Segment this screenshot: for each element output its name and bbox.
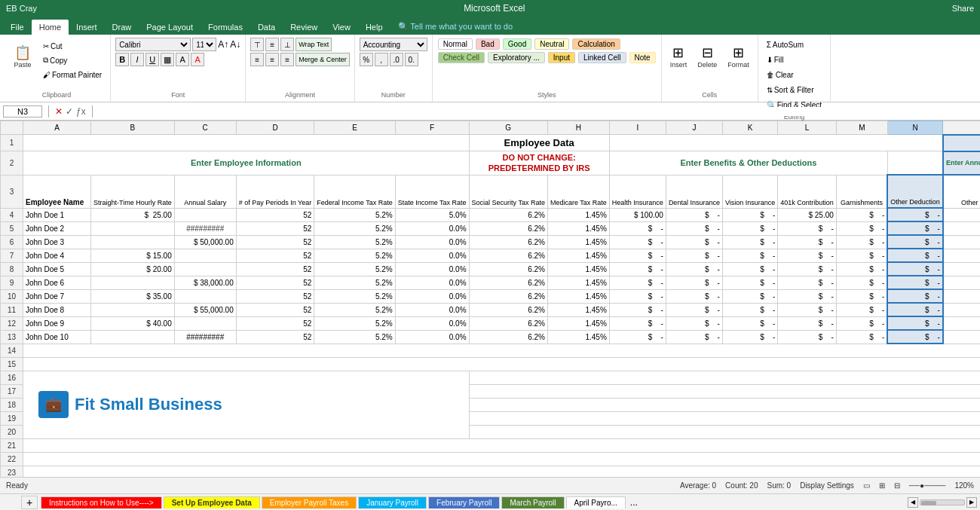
sheet-tab-march[interactable]: March Payroll — [501, 496, 564, 508]
align-center-button[interactable]: ≡ — [265, 53, 279, 66]
delete-button[interactable]: ⊟ Delete — [694, 38, 721, 77]
cell-C4[interactable] — [174, 208, 236, 221]
style-check-cell[interactable]: Check Cell — [438, 52, 485, 63]
decrease-decimal-button[interactable]: 0. — [405, 53, 418, 66]
font-size-select[interactable]: 11 — [192, 38, 216, 51]
col-header-B[interactable]: B — [91, 121, 175, 135]
col-header-H[interactable]: H — [547, 121, 609, 135]
row-num-12[interactable]: 12 — [1, 316, 23, 330]
row-num-10[interactable]: 10 — [1, 289, 23, 303]
add-sheet-button[interactable]: + — [21, 496, 38, 509]
row-num-6[interactable]: 6 — [1, 235, 23, 249]
style-bad[interactable]: Bad — [476, 38, 500, 50]
display-settings[interactable]: Display Settings — [800, 481, 854, 490]
row-num-9[interactable]: 9 — [1, 276, 23, 289]
style-exploratory[interactable]: Exploratory ... — [488, 52, 545, 63]
style-good[interactable]: Good — [503, 38, 531, 50]
view-normal-icon[interactable]: ▭ — [863, 481, 870, 490]
col-header-N[interactable]: N — [887, 121, 943, 135]
style-linked-cell[interactable]: Linked Cell — [578, 52, 626, 63]
style-neutral[interactable]: Neutral — [534, 38, 569, 50]
tab-file[interactable]: File — [3, 20, 32, 35]
row-num-2[interactable]: 2 — [1, 151, 23, 176]
row-num-8[interactable]: 8 — [1, 262, 23, 276]
row-num-5[interactable]: 5 — [1, 221, 23, 235]
sheet-tab-employer-taxes[interactable]: Employer Payroll Taxes — [262, 496, 357, 508]
cancel-formula-icon[interactable]: ✕ — [55, 106, 63, 117]
row-num-3[interactable]: 3 — [1, 175, 23, 208]
row-num-7[interactable]: 7 — [1, 249, 23, 262]
col-header-F[interactable]: F — [395, 121, 469, 135]
sheet-tab-instructions[interactable]: Instructions on How to Use----> — [41, 496, 162, 508]
align-right-button[interactable]: ≡ — [280, 53, 294, 66]
sheet-tab-april[interactable]: April Payro... — [566, 496, 626, 508]
col-header-M[interactable]: M — [836, 121, 887, 135]
cell-enter-benefits[interactable]: Enter Benefits & Other Deductions — [609, 151, 887, 176]
bold-button[interactable]: B — [115, 53, 129, 66]
tab-insert[interactable]: Insert — [69, 20, 105, 35]
align-bottom-button[interactable]: ⊥ — [280, 38, 294, 51]
italic-button[interactable]: I — [130, 53, 144, 66]
cell-K4[interactable]: $ - — [722, 208, 777, 221]
merge-center-button[interactable]: Merge & Center — [296, 53, 350, 66]
tab-home[interactable]: Home — [32, 20, 69, 35]
cell-do-not-change[interactable]: DO NOT CHANGE: PREDETERMINED BY IRS — [469, 151, 609, 176]
tab-view[interactable]: View — [325, 20, 358, 35]
format-painter-button[interactable]: 🖌 Format Painter — [39, 68, 106, 81]
fill-color-button[interactable]: A — [176, 53, 189, 66]
align-top-button[interactable]: ⊤ — [250, 38, 264, 51]
col-header-A[interactable]: A — [23, 121, 91, 135]
zoom-level[interactable]: 120% — [954, 481, 974, 490]
cell-title[interactable]: Employee Data — [469, 135, 609, 151]
sheet-tab-january[interactable]: January Payroll — [358, 496, 427, 508]
col-header-E[interactable]: E — [314, 121, 395, 135]
cell-I4[interactable]: $ 100.00 — [609, 208, 666, 221]
sheet-scroll-area[interactable]: A B C D E F G H I J K L M N O P — [0, 121, 980, 477]
scroll-left-button[interactable]: ◀ — [908, 497, 918, 508]
number-format-select[interactable]: Accounting — [360, 38, 427, 51]
tab-page-layout[interactable]: Page Layout — [139, 20, 201, 35]
name-box[interactable] — [3, 105, 42, 118]
tab-data[interactable]: Data — [250, 20, 283, 35]
confirm-formula-icon[interactable]: ✓ — [66, 106, 73, 117]
wrap-text-button[interactable]: Wrap Text — [296, 38, 332, 51]
insert-function-icon[interactable]: ƒx — [76, 106, 86, 117]
view-layout-icon[interactable]: ⊞ — [879, 481, 885, 490]
cell-title-left[interactable] — [23, 135, 470, 151]
cell-G4[interactable]: 6.2% — [469, 208, 547, 221]
formula-input[interactable] — [99, 107, 977, 116]
col-header-D[interactable]: D — [236, 121, 314, 135]
sheet-tab-setup[interactable]: Set Up Employee Data — [164, 496, 260, 508]
tab-tell-me[interactable]: 🔍 Tell me what you want to do — [390, 19, 521, 35]
paste-button[interactable]: 📋 Paste — [8, 38, 38, 77]
h-scrollbar-thumb[interactable] — [921, 501, 936, 505]
sheet-tab-february[interactable]: February Payroll — [428, 496, 500, 508]
cell-D4[interactable]: 52 — [236, 208, 314, 221]
format-button[interactable]: ⊞ Format — [724, 38, 753, 77]
cut-button[interactable]: ✂ Cut — [39, 39, 106, 53]
zoom-slider[interactable]: ──●──── — [909, 481, 946, 490]
tab-draw[interactable]: Draw — [105, 20, 139, 35]
col-header-L[interactable]: L — [778, 121, 837, 135]
clear-button[interactable]: 🗑 Clear — [763, 68, 798, 81]
font-name-select[interactable]: Calibri — [115, 38, 191, 51]
cell-J4[interactable]: $ - — [666, 208, 722, 221]
style-note[interactable]: Note — [629, 52, 656, 63]
cell-A4[interactable]: John Doe 1 — [23, 208, 91, 221]
col-header-I[interactable]: I — [609, 121, 666, 135]
cell-F4[interactable]: 5.0% — [395, 208, 469, 221]
row-num-1[interactable]: 1 — [1, 135, 23, 151]
underline-button[interactable]: U — [145, 53, 159, 66]
col-header-C[interactable]: C — [174, 121, 236, 135]
more-sheets-indicator[interactable]: ... — [627, 497, 641, 508]
cell-E4[interactable]: 5.2% — [314, 208, 395, 221]
scroll-right-button[interactable]: ▶ — [966, 497, 977, 508]
view-break-icon[interactable]: ⊟ — [894, 481, 900, 490]
align-middle-button[interactable]: ≡ — [265, 38, 279, 51]
sort-filter-button[interactable]: ⇅ Sort & Filter — [763, 83, 818, 96]
tab-review[interactable]: Review — [283, 20, 325, 35]
row-num-11[interactable]: 11 — [1, 303, 23, 316]
cell-enter-employee[interactable]: Enter Employee Information — [23, 151, 470, 176]
col-header-K[interactable]: K — [722, 121, 777, 135]
font-shrink-icon[interactable]: A↓ — [230, 39, 240, 50]
